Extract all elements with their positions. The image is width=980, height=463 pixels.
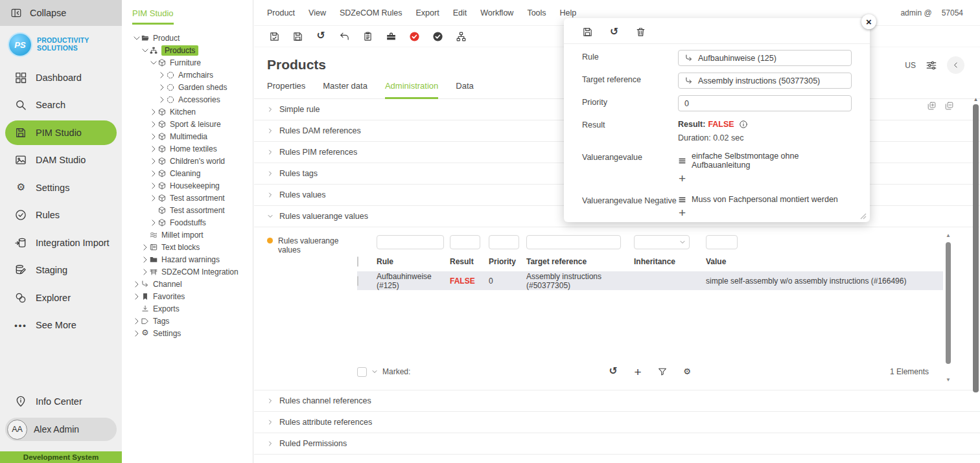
tree-node-products[interactable]: Products: [122, 44, 253, 56]
tree-node-sport-leisure[interactable]: Sport & leisure: [122, 118, 253, 130]
menu-tools[interactable]: Tools: [527, 8, 546, 17]
chevron-right-icon[interactable]: [149, 194, 158, 203]
priority-field[interactable]: [678, 95, 852, 111]
tree-node-test-assortment[interactable]: Test assortment: [122, 204, 253, 216]
tree-node-settings[interactable]: ⚙ Settings: [122, 327, 253, 339]
sidebar-item-info-center[interactable]: Info Center: [5, 389, 117, 414]
menu-edit[interactable]: Edit: [453, 8, 467, 17]
menu-sdzecom-rules[interactable]: SDZeCOM Rules: [340, 8, 402, 17]
chevron-right-icon[interactable]: [149, 132, 158, 141]
add-valuerangevalue-button[interactable]: +: [679, 172, 689, 185]
delete-icon[interactable]: [635, 27, 646, 38]
sidebar-item-integration-import[interactable]: Integration Import: [5, 231, 117, 255]
valuerangevalue-negative-item[interactable]: Muss von Fachpersonal montiert werden: [678, 194, 852, 204]
page-scrollbar-thumb[interactable]: [973, 104, 979, 392]
sidebar-item-dam-studio[interactable]: DAM Studio: [5, 148, 117, 172]
chevron-down-icon[interactable]: [371, 368, 378, 375]
table-scrollbar-thumb[interactable]: [946, 242, 951, 364]
marked-checkbox[interactable]: [357, 367, 367, 377]
resize-handle[interactable]: [859, 212, 867, 220]
tree-node-exports[interactable]: Exports: [122, 302, 253, 315]
add-valuerangevalue-negative-button[interactable]: +: [679, 207, 689, 219]
expand-all-icon[interactable]: [927, 101, 937, 111]
menu-export[interactable]: Export: [416, 8, 439, 17]
sidebar-item-explorer[interactable]: Explorer: [5, 286, 117, 310]
chevron-right-icon[interactable]: [149, 218, 158, 227]
tree-node-tags[interactable]: Tags: [122, 315, 253, 327]
tree-node-multimedia[interactable]: Multimedia: [122, 130, 253, 142]
tree-node-cleaning[interactable]: Cleaning: [122, 167, 253, 179]
tree-node-millet-import[interactable]: Millet import: [122, 229, 253, 241]
collapse-all-icon[interactable]: [944, 101, 954, 111]
tree-node-garden-sheds[interactable]: Garden sheds: [122, 81, 253, 93]
chevron-right-icon[interactable]: [149, 144, 158, 153]
chevron-right-icon[interactable]: [141, 243, 150, 252]
collapse-button[interactable]: Collapse: [0, 0, 122, 26]
filter-target-reference-input[interactable]: [526, 235, 621, 249]
section-ruled-permissions[interactable]: Ruled Permissions: [254, 433, 980, 455]
chevron-right-icon[interactable]: [141, 267, 150, 277]
tree-node-test-assortment[interactable]: Test assortment: [122, 192, 253, 204]
save-validate-button[interactable]: [266, 28, 283, 45]
chevron-right-icon[interactable]: [132, 329, 141, 338]
refresh-icon[interactable]: ↺: [609, 27, 620, 38]
chevron-right-icon[interactable]: [158, 71, 167, 80]
tree-node-kitchen[interactable]: Kitchen: [122, 106, 253, 118]
sidebar-item-pim-studio[interactable]: PIM Studio: [5, 120, 117, 145]
chevron-right-icon[interactable]: [158, 95, 167, 104]
add-row-icon[interactable]: +: [633, 367, 643, 377]
sidebar-item-search[interactable]: Search: [5, 93, 117, 117]
section-rules-attribute-references[interactable]: Rules attribute references: [254, 412, 980, 433]
filter-inheritance-select[interactable]: [634, 235, 690, 249]
user-menu[interactable]: AA Alex Admin: [5, 418, 117, 441]
sliders-icon[interactable]: [926, 60, 937, 71]
section-rules-channel-references[interactable]: Rules channel references: [254, 390, 980, 412]
table-row[interactable]: Aufbauhinweise (#125) FALSE 0 Assembly i…: [357, 271, 943, 290]
sidebar-item-staging[interactable]: Staging: [5, 258, 117, 282]
refresh-icon[interactable]: ↺: [608, 367, 618, 377]
sidebar-item-settings[interactable]: ⚙ Settings: [5, 175, 117, 200]
filter-icon[interactable]: [657, 367, 668, 377]
tree-node-housekeeping[interactable]: Housekeeping: [122, 179, 253, 192]
undo-button[interactable]: [336, 28, 353, 45]
tab-data[interactable]: Data: [456, 81, 473, 98]
select-all-checkbox[interactable]: [357, 256, 358, 267]
page-scrollbar[interactable]: ▲: [972, 96, 979, 463]
tab-administration[interactable]: Administration: [385, 81, 438, 99]
table-scrollbar[interactable]: ▲ ▼: [945, 232, 951, 383]
menu-workflow[interactable]: Workflow: [480, 8, 513, 17]
scroll-down-icon[interactable]: ▼: [946, 377, 951, 383]
valuerangevalue-item[interactable]: einfache Selbstmontage ohne Aufbauanleit…: [678, 150, 852, 170]
save-icon[interactable]: [582, 27, 593, 38]
chevron-down-icon[interactable]: [132, 34, 141, 43]
chevron-right-icon[interactable]: [149, 107, 158, 117]
rule-reference-field[interactable]: Aufbauhinweise (125): [678, 50, 852, 66]
chevron-down-icon[interactable]: [149, 58, 158, 67]
close-icon[interactable]: ×: [861, 14, 876, 29]
filter-priority-input[interactable]: [489, 235, 519, 249]
chevron-right-icon[interactable]: [132, 280, 141, 289]
scroll-up-icon[interactable]: ▲: [946, 232, 951, 238]
chevron-right-icon[interactable]: [141, 255, 150, 264]
info-circle-icon[interactable]: [739, 120, 748, 129]
tab-pim-studio[interactable]: PIM Studio: [132, 8, 174, 25]
menu-help[interactable]: Help: [560, 8, 577, 17]
filter-rule-input[interactable]: [377, 235, 444, 249]
tree-node-furniture[interactable]: Furniture: [122, 56, 253, 69]
tree-node-channel[interactable]: Channel: [122, 278, 253, 290]
chevron-right-icon[interactable]: [149, 169, 158, 178]
tree-node-sdzecom-integration[interactable]: SDZeCOM Integration: [122, 265, 253, 278]
table-settings-icon[interactable]: ⚙: [682, 367, 692, 377]
chevron-right-icon[interactable]: [132, 292, 141, 301]
chevron-right-icon[interactable]: [149, 157, 158, 166]
row-checkbox[interactable]: [357, 276, 358, 286]
tab-master-data[interactable]: Master data: [323, 81, 368, 98]
filter-value-input[interactable]: [706, 235, 738, 249]
tree-node-foodstuffs[interactable]: Foodstuffs: [122, 216, 253, 229]
sidebar-item-rules[interactable]: Rules: [5, 203, 117, 227]
menu-product[interactable]: Product: [267, 8, 295, 17]
chevron-right-icon[interactable]: [149, 181, 158, 190]
chevron-right-icon[interactable]: [158, 83, 167, 92]
tab-properties[interactable]: Properties: [267, 81, 305, 98]
status-ok-button[interactable]: [429, 28, 446, 45]
